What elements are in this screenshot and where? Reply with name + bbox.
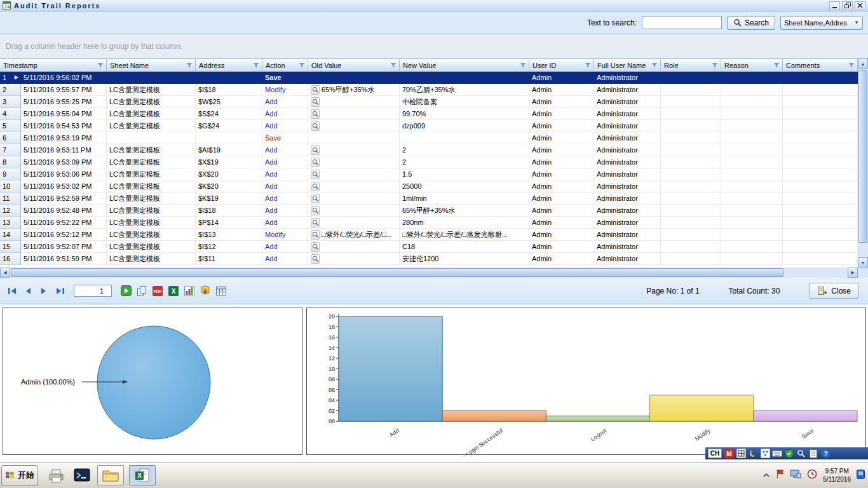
magnifier-cell-icon[interactable]: [311, 194, 320, 203]
column-header-sheet-name[interactable]: Sheet Name: [107, 58, 196, 72]
table-row[interactable]: 105/11/2016 9:53:02 PMLC含量测定模板$K$20Add25…: [0, 180, 858, 193]
shield-icon[interactable]: [784, 449, 794, 459]
ime-tools-icon[interactable]: [760, 449, 770, 459]
first-page-icon[interactable]: [6, 285, 18, 297]
filter-icon[interactable]: [253, 62, 259, 69]
next-page-icon[interactable]: [38, 285, 50, 297]
column-header-role[interactable]: Role: [661, 58, 721, 72]
table-row[interactable]: 165/11/2016 9:51:59 PMLC含量测定模板$I$11Add安捷…: [0, 253, 858, 265]
excel-export-icon[interactable]: X: [168, 285, 179, 297]
grid-icon[interactable]: [215, 285, 227, 297]
magnifier-cell-icon[interactable]: [311, 121, 320, 131]
magnifier-icon[interactable]: [796, 449, 806, 459]
tray-display-icon[interactable]: [857, 470, 865, 482]
tray-chevron-icon[interactable]: [763, 470, 770, 481]
last-page-icon[interactable]: [54, 285, 65, 297]
table-row[interactable]: 55/11/2016 9:54:53 PMLC含量测定模板$G$24Adddzp…: [0, 120, 858, 132]
table-row[interactable]: 25/11/2016 9:55:57 PMLC含量测定模板$I$18Modify…: [0, 84, 858, 96]
column-header-action[interactable]: Action: [262, 58, 308, 72]
svg-text:?: ?: [824, 451, 827, 458]
copy-icon[interactable]: [136, 285, 147, 297]
horizontal-scroll-thumb[interactable]: [11, 268, 783, 277]
filter-icon[interactable]: [97, 62, 104, 69]
scroll-right-button[interactable]: ▶: [848, 268, 858, 278]
chart-icon[interactable]: [184, 285, 195, 297]
filter-icon[interactable]: [299, 62, 305, 69]
table-row[interactable]: 45/11/2016 9:55:04 PMLC含量测定模板$S$24Add99.…: [0, 108, 858, 120]
magnifier-cell-icon[interactable]: [311, 158, 320, 167]
table-row[interactable]: 35/11/2016 9:55:25 PMLC含量测定模板$W$25Add中检院…: [0, 96, 858, 108]
table-row[interactable]: 125/11/2016 9:52:48 PMLC含量测定模板$I$18Add65…: [0, 205, 858, 217]
excel-window-button[interactable]: X: [129, 465, 156, 485]
printer-icon[interactable]: [48, 468, 65, 483]
close-window-button[interactable]: [855, 1, 865, 10]
tray-clock[interactable]: 9:57 PM 5/11/2016: [823, 467, 851, 484]
table-row[interactable]: 135/11/2016 9:52:22 PMLC含量测定模板$P$14Add28…: [0, 217, 858, 229]
ime-m-icon[interactable]: M: [724, 449, 734, 459]
magnifier-cell-icon[interactable]: [311, 218, 320, 227]
help-icon[interactable]: ?: [820, 449, 831, 459]
moon-icon[interactable]: [748, 449, 758, 459]
search-input[interactable]: [642, 16, 722, 29]
close-button[interactable]: Close: [809, 283, 859, 299]
column-header-reason[interactable]: Reason: [721, 58, 783, 72]
table-row[interactable]: 115/11/2016 9:52:59 PMLC含量测定模板$K$19Add1m…: [0, 193, 858, 205]
column-header-full-user-name[interactable]: Full User Name: [594, 58, 661, 72]
column-header-comments[interactable]: Comments: [783, 58, 858, 72]
terminal-icon[interactable]: [74, 468, 90, 483]
language-indicator[interactable]: CH: [708, 449, 722, 458]
export-data-icon[interactable]: [200, 285, 211, 297]
magnifier-cell-icon[interactable]: [311, 97, 320, 107]
magnifier-cell-icon[interactable]: [311, 206, 320, 215]
table-row[interactable]: 85/11/2016 9:53:09 PMLC含量测定模板$X$19Add2Ad…: [0, 156, 858, 168]
filter-icon[interactable]: [712, 62, 718, 69]
tray-clock-icon[interactable]: [807, 469, 817, 482]
previous-page-icon[interactable]: [22, 285, 34, 297]
scroll-down-button[interactable]: ▼: [858, 257, 868, 268]
restore-button[interactable]: [842, 1, 853, 10]
magnifier-cell-icon[interactable]: [311, 170, 320, 179]
table-row[interactable]: 75/11/2016 9:53:11 PMLC含量测定模板$AI$19Add2A…: [0, 144, 858, 156]
magnifier-cell-icon[interactable]: [311, 146, 320, 155]
start-button[interactable]: 开始: [1, 465, 38, 486]
filter-icon[interactable]: [390, 62, 397, 69]
tray-network-icon[interactable]: [790, 469, 801, 482]
keyboard-icon[interactable]: [772, 449, 782, 459]
filter-icon[interactable]: [186, 62, 193, 69]
column-header-user-id[interactable]: User ID: [529, 58, 594, 72]
filter-icon[interactable]: [651, 62, 658, 69]
table-row[interactable]: 65/11/2016 9:53:19 PMSaveAdminAdministra…: [0, 132, 858, 144]
tray-flag-icon[interactable]: [776, 469, 784, 482]
filter-icon[interactable]: [773, 62, 780, 69]
column-header-new-value[interactable]: New Value: [400, 58, 529, 72]
scroll-up-button[interactable]: ▲: [858, 58, 868, 69]
column-header-old-value[interactable]: Old Value: [308, 58, 400, 72]
folder-window-button[interactable]: [97, 465, 124, 485]
magnifier-cell-icon[interactable]: [311, 85, 320, 95]
document-icon[interactable]: [808, 449, 818, 459]
filter-icon[interactable]: [520, 62, 526, 69]
magnifier-cell-icon[interactable]: [311, 109, 320, 119]
search-button[interactable]: Search: [727, 16, 775, 30]
table-row[interactable]: 95/11/2016 9:53:06 PMLC含量测定模板$X$20Add1.5…: [0, 168, 858, 180]
magnifier-cell-icon[interactable]: [311, 254, 320, 264]
page-number-input[interactable]: [74, 285, 112, 297]
search-field-dropdown[interactable]: Sheet Name,Addres ▼: [780, 16, 863, 30]
group-by-bar[interactable]: Drag a column header here to group by th…: [0, 34, 868, 58]
ime-mode-icon[interactable]: [736, 449, 746, 459]
filter-icon[interactable]: [848, 62, 855, 69]
minimize-button[interactable]: [829, 1, 840, 10]
filter-icon[interactable]: [585, 62, 591, 69]
scroll-left-button[interactable]: ◀: [0, 268, 10, 278]
vertical-scroll-thumb[interactable]: [858, 70, 867, 243]
table-row[interactable]: 145/11/2016 9:52:12 PMLC含量测定模板$I$13Modif…: [0, 229, 858, 241]
table-row[interactable]: 155/11/2016 9:52:07 PMLC含量测定模板$I$12AddC1…: [0, 241, 858, 253]
go-icon[interactable]: [120, 285, 132, 297]
column-header-timestamp[interactable]: Timestamp: [0, 58, 107, 72]
pdf-export-icon[interactable]: PDF: [152, 285, 163, 297]
magnifier-cell-icon[interactable]: [311, 230, 320, 240]
magnifier-cell-icon[interactable]: [311, 242, 320, 252]
column-header-address[interactable]: Address: [196, 58, 262, 72]
magnifier-cell-icon[interactable]: [311, 182, 320, 191]
table-row[interactable]: 1▶5/11/2016 9:56:02 PMSaveAdminAdministr…: [0, 72, 858, 84]
